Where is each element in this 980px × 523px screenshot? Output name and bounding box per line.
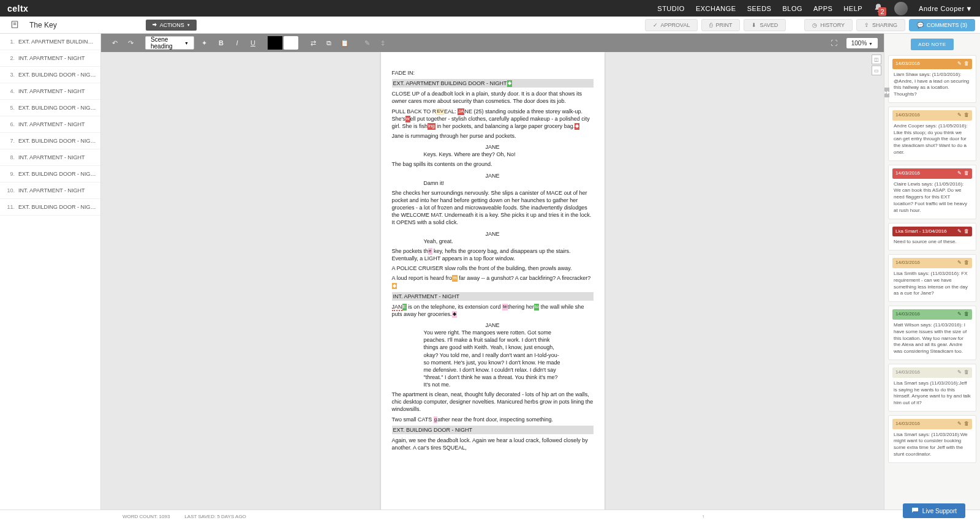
note-card[interactable]: 14/03/2016✎🗑Lisa Smith says: (11/03/2016… (888, 254, 976, 302)
edit-note-icon[interactable]: ✎ (957, 170, 962, 177)
format-dropdown[interactable]: Scene heading▼ (145, 36, 194, 50)
scene-item[interactable]: 9.EXT. BUILDING DOOR - NIGHT (0, 166, 100, 182)
scene-item[interactable]: 10.INT. APARTMENT - NIGHT (0, 182, 100, 199)
italic-button[interactable]: I (230, 36, 244, 50)
marker-icon[interactable]: ◆ (575, 123, 579, 130)
marker-icon[interactable]: m (452, 275, 458, 282)
sharing-button[interactable]: ⇪SHARING (856, 19, 905, 31)
character[interactable]: JANE (392, 172, 594, 179)
delete-note-icon[interactable]: 🗑 (964, 112, 969, 119)
edit-note-icon[interactable]: ✎ (957, 369, 962, 376)
history-button[interactable]: ◷HISTORY (804, 19, 853, 31)
jump-icon[interactable]: ↑ (702, 514, 704, 519)
suggest-button[interactable]: ✦ (197, 36, 211, 50)
scene-item[interactable]: 6.INT. APARTMENT - NIGHT (0, 116, 100, 133)
delete-note-icon[interactable]: 🗑 (964, 421, 969, 427)
comments-button[interactable]: 💬COMMENTS (3) (909, 19, 975, 31)
script-page[interactable]: FADE IN: EXT. APARTMENT BUILDING DOOR - … (381, 52, 605, 523)
action-text[interactable]: A loud report is heard from far away -- … (392, 274, 594, 289)
note-card[interactable]: 14/03/2016✎🗑Andre Cooper says: (11/05/20… (888, 107, 976, 161)
delete-note-icon[interactable]: 🗑 (964, 311, 969, 318)
scene-heading[interactable]: EXT. APARTMENT BUILDING DOOR - NIGHT◆ (392, 79, 594, 88)
underline-button[interactable]: U (246, 36, 260, 50)
delete-note-icon[interactable]: 🗑 (964, 61, 969, 67)
marker-icon[interactable]: ◆ (392, 283, 397, 290)
logo[interactable]: celtx (7, 4, 28, 13)
edit-note-icon[interactable]: ✎ (957, 61, 962, 67)
scene-item[interactable]: 11.EXT. BUILDING DOOR - NIGHT (0, 199, 100, 216)
action-text[interactable]: She checks her surroundings nervously. S… (392, 189, 594, 227)
edit-note-icon[interactable]: ✎ (957, 421, 962, 427)
action-text[interactable]: CLOSE UP of a deadbolt lock in a plain, … (392, 90, 594, 105)
action-text[interactable]: JANE is on the telephone, its extension … (392, 303, 594, 318)
scene-item[interactable]: 7.EXT. BUILDING DOOR - NIGHT (0, 133, 100, 149)
note-card[interactable]: Lka Smart - 13/04/2016✎🗑Need to source o… (888, 223, 976, 251)
saved-button[interactable]: ⬇SAVED (744, 19, 786, 31)
copy-button[interactable]: ⧉ (322, 36, 336, 50)
delete-note-icon[interactable]: 🗑 (964, 369, 969, 376)
actions-button[interactable]: ACTIONS▼ (146, 20, 197, 31)
nav-seeds[interactable]: SEEDS (747, 5, 772, 12)
paste-button[interactable]: 📋 (337, 36, 352, 50)
character[interactable]: JANE (392, 143, 594, 151)
scene-item[interactable]: 3.EXT. BUILDING DOOR - NIGHT (0, 67, 100, 83)
note-card[interactable]: 14/03/2016✎🗑Liam Shaw says: (11/03/2016)… (888, 55, 976, 103)
live-support-button[interactable]: Live Support (903, 503, 965, 518)
approval-button[interactable]: ✓APPROVAL (645, 19, 698, 31)
bold-button[interactable]: B (214, 36, 228, 50)
marker-icon[interactable]: w (405, 116, 410, 122)
nav-exchange[interactable]: EXCHANGE (696, 5, 736, 12)
nav-blog[interactable]: BLOG (782, 5, 802, 12)
redo-button[interactable]: ↷ (123, 36, 138, 50)
file-icon[interactable] (0, 20, 29, 30)
note-card[interactable]: 14/03/2016✎🗑Claire Lewis says: (11/05/20… (888, 165, 976, 219)
username[interactable]: Andre Cooper▼ (919, 5, 973, 12)
scene-item[interactable]: 2.INT. APARTMENT - NIGHT (0, 50, 100, 67)
note-card[interactable]: 14/03/2016✎🗑Lisa Smart says: (11/03/2016… (888, 415, 976, 463)
dual-dialog-button[interactable]: ⇄ (306, 36, 320, 50)
scene-heading[interactable]: EXT. BUILDING DOOR - NIGHT (392, 426, 594, 434)
edit-note-icon[interactable]: ✎ (957, 228, 962, 235)
print-button[interactable]: ⎙PRINT (701, 19, 740, 31)
marker-icon[interactable]: EV (436, 108, 444, 115)
character[interactable]: JANE (392, 322, 594, 329)
dialogue[interactable]: Damn it! (424, 179, 562, 187)
nav-apps[interactable]: APPS (813, 5, 832, 12)
dialogue[interactable]: Yeah, great. (424, 238, 562, 245)
scene-heading[interactable]: INT. APARTMENT - NIGHT (392, 292, 594, 301)
note-card[interactable]: 14/03/2016✎🗑Lisa Smart says (11/03/2016)… (888, 364, 976, 412)
scene-item[interactable]: 8.INT. APARTMENT - NIGHT (0, 149, 100, 166)
strike-button[interactable]: ‡ (375, 36, 390, 50)
undo-button[interactable]: ↶ (107, 36, 122, 50)
marker-icon[interactable]: JA (458, 108, 464, 115)
edit-note-icon[interactable]: ✎ (957, 260, 962, 266)
scene-item[interactable]: 5.EXT. BUILDING DOOR - NIGHT (0, 100, 100, 116)
scene-item[interactable]: 4.INT. APARTMENT - NIGHT (0, 83, 100, 100)
action-text[interactable]: Jane is rummaging through her purse and … (392, 132, 594, 140)
scene-item[interactable]: 1.EXT. APARTMENT BUILDING DOOR ... (0, 34, 100, 50)
dialogue[interactable]: Keys. Keys. Where are they? Oh, No! (424, 151, 562, 158)
marker-icon[interactable]: ◆ (452, 311, 457, 318)
text-color-button[interactable] (268, 36, 282, 50)
zoom-dropdown[interactable]: 100% ▼ (846, 38, 878, 48)
action-text[interactable]: A POLICE CRUISER slow rolls the front of… (392, 265, 594, 272)
marker-icon[interactable]: ◆ (507, 80, 512, 87)
ruler-toggle-icon[interactable]: ◫ (872, 55, 881, 64)
character[interactable]: JANE (392, 230, 594, 238)
delete-note-icon[interactable]: 🗑 (964, 260, 969, 266)
edit-note-icon[interactable]: ✎ (957, 311, 962, 318)
document-area[interactable]: FADE IN: EXT. APARTMENT BUILDING DOOR - … (101, 52, 884, 523)
action-text[interactable]: Again, we see the deadbolt lock. Again w… (392, 437, 594, 451)
brush-button[interactable]: ✎ (360, 36, 374, 50)
action-text[interactable]: PULL BACK TO REVEAL: JANE (25) standing … (392, 108, 594, 130)
note-card[interactable]: 14/03/2016✎🗑Matt Wilson says: (11/03/201… (888, 306, 976, 360)
notifications-icon[interactable]: 2 (873, 3, 883, 14)
marker-icon[interactable]: ing (428, 123, 435, 130)
edit-note-icon[interactable]: ✎ (957, 112, 962, 119)
delete-note-icon[interactable]: 🗑 (964, 170, 969, 177)
add-note-button[interactable]: ADD NOTE (911, 39, 953, 50)
action-text[interactable]: The bag spills its contents on the groun… (392, 160, 594, 168)
fullscreen-button[interactable]: ⛶ (827, 36, 842, 50)
ruler-page-icon[interactable]: ▭ (872, 66, 881, 75)
highlight-button[interactable] (284, 36, 298, 50)
